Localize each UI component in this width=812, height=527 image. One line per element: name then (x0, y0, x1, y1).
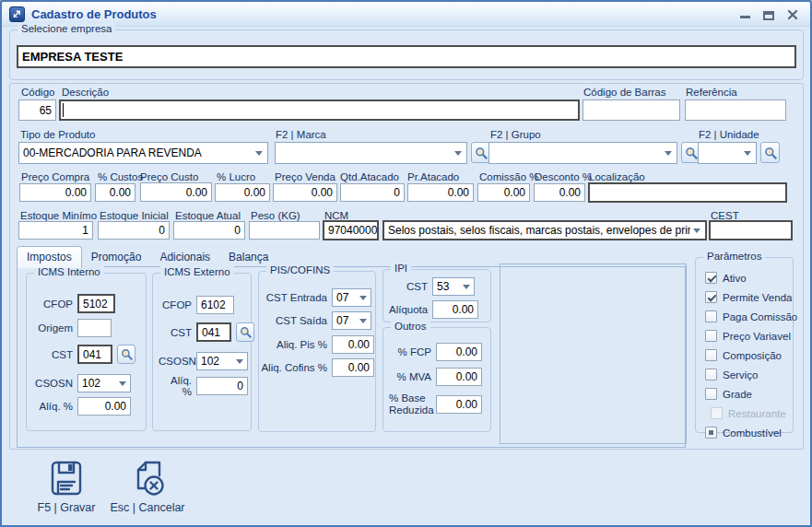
checkbox-box (705, 272, 717, 284)
cst-entrada-select[interactable]: 07 (332, 288, 371, 307)
custos-label: % Custos (98, 171, 143, 182)
tab-adicionais[interactable]: Adicionais (150, 247, 219, 267)
comissao-field[interactable]: 0.00 (477, 183, 530, 202)
cfop-interno-field[interactable]: 5102 (77, 294, 115, 313)
pr-atacado-field[interactable]: 0.00 (407, 183, 474, 202)
cst-entrada-label: CST Entrada (261, 292, 327, 303)
estoque-atual-field[interactable]: 0 (173, 221, 245, 240)
minimize-button[interactable] (738, 7, 751, 20)
checkbox-preco-variavel[interactable]: Preço Variavel (705, 330, 791, 342)
cadastro-produtos-window: Cadastro de Produtos Selecione empresa E… (0, 0, 812, 527)
cst-interno-field[interactable]: 041 (77, 345, 112, 364)
titlebar: Cadastro de Produtos (2, 2, 810, 27)
preco-venda-field[interactable]: 0.00 (273, 183, 337, 202)
ipi-aliquota-field[interactable]: 0.00 (432, 300, 478, 319)
checkbox-box (705, 427, 717, 439)
cst-saida-label: CST Saída (261, 315, 327, 326)
cst-saida-select[interactable]: 07 (332, 311, 371, 330)
aliq-pis-field[interactable]: 0.00 (332, 335, 374, 354)
checkbox-composicao[interactable]: Composição (705, 349, 782, 361)
unidade-search-button[interactable] (760, 142, 780, 163)
codigo-field[interactable]: 65 (18, 100, 56, 121)
checkbox-box (711, 407, 723, 419)
grupo-label: F2 | Grupo (490, 129, 541, 140)
ipi-cst-select[interactable]: 53 (432, 277, 475, 296)
checkbox-paga-comissao[interactable]: Paga Comissão (705, 310, 797, 322)
preco-compra-field[interactable]: 0.00 (19, 183, 91, 202)
csosn-externo-select[interactable]: 102 (196, 352, 248, 370)
save-icon (45, 457, 88, 499)
codigo-barras-label: Código de Barras (583, 87, 666, 98)
ipi-legend: IPI (391, 263, 411, 274)
marca-search-button[interactable] (471, 142, 490, 163)
preco-custo-field[interactable]: 0.00 (140, 182, 212, 202)
localizacao-field[interactable] (588, 182, 787, 203)
cst-externo-search-button[interactable] (236, 322, 254, 342)
estoque-inicial-field[interactable]: 0 (98, 221, 170, 240)
aliq-cofins-label: Aliq. Cofins % (261, 362, 327, 373)
cst-interno-label: CST (34, 349, 73, 360)
chevron-down-icon (693, 228, 700, 233)
chevron-down-icon (359, 319, 367, 323)
custos-field[interactable]: 0.00 (95, 183, 135, 202)
fcp-field[interactable]: 0.00 (436, 343, 482, 361)
origem-field[interactable] (77, 319, 112, 337)
gravar-button[interactable]: F5 | Gravar (29, 457, 103, 514)
desconto-field[interactable]: 0.00 (534, 183, 585, 202)
aliq-cofins-field[interactable]: 0.00 (332, 358, 374, 377)
empresa-input[interactable]: EMPRESA TESTE (17, 45, 796, 68)
marca-select[interactable] (275, 142, 467, 164)
cfop-interno-label: CFOP (34, 299, 73, 310)
magnifier-icon (764, 146, 777, 159)
tab-promocao[interactable]: Promoção (82, 247, 151, 267)
chevron-down-icon (454, 151, 462, 156)
lucro-field[interactable]: 0.00 (215, 183, 270, 202)
cancelar-button[interactable]: Esc | Cancelar (105, 457, 190, 514)
mva-field[interactable]: 0.00 (436, 368, 482, 386)
aliq-interno-field[interactable]: 0.00 (77, 397, 131, 416)
grupo-select[interactable] (488, 142, 677, 164)
estoque-inicial-label: Estoque Inicial (100, 210, 169, 221)
checkbox-ativo[interactable]: Ativo (705, 272, 747, 284)
peso-label: Peso (KG) (251, 210, 300, 221)
csosn-interno-select[interactable]: 102 (77, 374, 131, 392)
checkbox-box (705, 330, 717, 342)
parametros-group: Parâmetros Ativo Permite Venda Paga Comi… (695, 257, 794, 433)
ncm-descricao-select[interactable]: Selos postais, selos fiscais, marcas pos… (382, 220, 707, 240)
descricao-field[interactable] (59, 100, 580, 121)
referencia-field[interactable] (685, 100, 786, 121)
cst-interno-search-button[interactable] (117, 345, 135, 364)
peso-field[interactable] (249, 221, 320, 240)
chevron-down-icon (359, 296, 367, 300)
codigo-barras-field[interactable] (583, 100, 680, 121)
preco-compra-label: Preço Compra (21, 171, 89, 182)
outros-group: Outros % FCP 0.00 % MVA 0.00 % Base Redu… (382, 327, 491, 432)
preview-panel (500, 264, 687, 444)
aliq-externo-field[interactable]: 0 (196, 377, 248, 395)
magnifier-icon (685, 146, 698, 159)
cest-field[interactable] (709, 220, 793, 240)
estoque-minimo-field[interactable]: 1 (18, 221, 93, 240)
checkbox-grade[interactable]: Grade (705, 388, 752, 400)
chevron-down-icon (744, 151, 751, 156)
text-caret (63, 103, 64, 117)
descricao-label: Descrição (62, 87, 109, 98)
tab-balanca[interactable]: Balança (219, 247, 277, 267)
chevron-down-icon (665, 151, 672, 156)
base-reduzida-field[interactable]: 0.00 (436, 395, 482, 414)
qtd-atacado-field[interactable]: 0 (340, 183, 405, 202)
chevron-down-icon (119, 381, 126, 386)
cst-externo-field[interactable]: 041 (196, 322, 231, 342)
unidade-select[interactable] (698, 142, 757, 164)
checkbox-servico[interactable]: Serviço (705, 369, 758, 381)
checkbox-combustivel[interactable]: Combustível (705, 427, 782, 439)
tipo-produto-select[interactable]: 00-MERCADORIA PARA REVENDA (18, 142, 268, 164)
cfop-externo-field[interactable]: 6102 (196, 296, 234, 314)
tab-impostos[interactable]: Impostos (17, 246, 82, 268)
checkbox-permite-venda[interactable]: Permite Venda (705, 291, 792, 303)
close-button[interactable] (786, 7, 799, 20)
maximize-button[interactable] (762, 7, 775, 20)
qtd-atacado-label: Qtd.Atacado (340, 171, 399, 182)
ncm-field[interactable]: 97040000 (323, 220, 379, 240)
codigo-label: Código (21, 87, 54, 98)
